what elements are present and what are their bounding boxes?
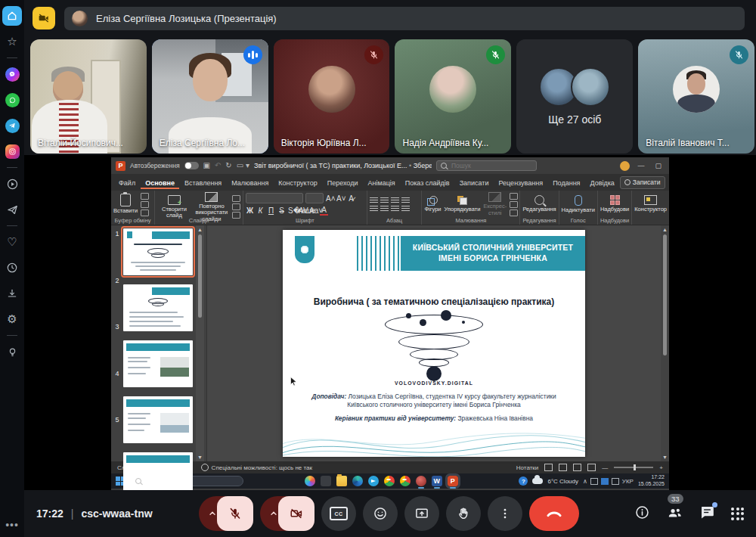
font-color-icon[interactable]: A [320, 206, 328, 216]
paste-button[interactable]: Вставити [113, 194, 138, 214]
tab-help[interactable]: Довідка [585, 176, 618, 189]
italic-button[interactable]: К [256, 206, 265, 215]
quick-styles-button[interactable]: Експрес-стилі [483, 192, 507, 216]
addins-button[interactable]: Надбудови [600, 195, 629, 213]
redo-icon[interactable]: ↻ [225, 162, 231, 169]
help-icon[interactable]: ? [519, 476, 528, 486]
camera-toggle-button[interactable] [278, 496, 314, 531]
arrange-button[interactable]: Упорядкувати [445, 196, 481, 213]
layout-icon[interactable] [232, 195, 240, 202]
account-avatar[interactable] [620, 161, 630, 171]
bullets-icon[interactable] [370, 197, 378, 203]
reactions-button[interactable] [363, 496, 398, 531]
columns-icon[interactable] [401, 206, 410, 212]
dictate-button[interactable]: Надиктувати [562, 195, 595, 213]
editing-button[interactable]: Редагування [522, 195, 556, 213]
char-spacing-icon[interactable]: AV [299, 206, 307, 215]
tab-draw[interactable]: Малювання [227, 176, 273, 189]
word-icon[interactable]: W [432, 476, 442, 486]
tab-home[interactable]: Основне [141, 176, 179, 189]
align-right-icon[interactable] [391, 206, 399, 212]
tab-insert[interactable]: Вставлення [180, 176, 226, 189]
slideshow-icon[interactable] [587, 464, 596, 471]
thumbnail-scrollbar[interactable]: ▲ ▼ [196, 225, 204, 461]
captions-button[interactable]: CC [321, 496, 356, 531]
undo-icon[interactable]: ↶ [215, 162, 221, 169]
slide-thumbnail-1[interactable] [123, 228, 193, 275]
slide-thumbnail-5[interactable] [123, 452, 193, 490]
zoom-slider[interactable] [614, 467, 653, 468]
overflow-tile[interactable]: Ще 27 осіб [516, 39, 633, 154]
play-circle-icon[interactable] [2, 174, 22, 194]
line-spacing-icon[interactable] [401, 197, 410, 203]
system-tray[interactable]: ∧ УКР [583, 478, 634, 485]
tray-expand-icon[interactable]: ∧ [583, 478, 587, 485]
tab-design[interactable]: Конструктор [274, 176, 321, 189]
participant-tile-speaking[interactable]: Еліза Сергіївна Ло... [152, 39, 268, 154]
tab-slideshow[interactable]: Показ слайдів [401, 176, 454, 189]
slide-canvas[interactable]: КИЇВСЬКИЙ СТОЛИЧНИЙ УНІВЕРСИТЕТ ІМЕНІ БО… [283, 230, 585, 457]
whatsapp-icon[interactable] [2, 90, 22, 110]
copilot-icon[interactable] [305, 476, 315, 486]
shape-outline-icon[interactable] [510, 201, 518, 208]
download-icon[interactable] [2, 284, 22, 303]
document-scrollbar[interactable]: ▲ ▼ [661, 225, 669, 461]
shape-fill-icon[interactable] [510, 193, 518, 200]
participant-tile[interactable]: Надія Андріївна Ку... [395, 39, 511, 154]
shape-effects-icon[interactable] [510, 210, 518, 216]
powerpoint-taskbar-icon[interactable]: P [448, 476, 458, 486]
clear-format-icon[interactable]: A̷ [347, 194, 355, 203]
shapes-button[interactable]: Фігури [424, 196, 441, 213]
cut-icon[interactable] [141, 193, 149, 200]
autosave-toggle[interactable] [184, 162, 199, 169]
reading-view-icon[interactable] [573, 464, 581, 471]
volume-icon[interactable] [612, 478, 619, 485]
tab-review[interactable]: Рецензування [494, 176, 547, 189]
slide-thumbnail-2[interactable] [123, 284, 193, 331]
chat-button[interactable] [699, 504, 715, 523]
indent-icon[interactable] [391, 197, 399, 203]
telegram-icon[interactable] [368, 476, 379, 486]
strikethrough-button[interactable]: S [277, 206, 286, 215]
scroll-up-icon[interactable]: ▲ [662, 227, 668, 232]
underline-button[interactable]: П [267, 206, 275, 215]
more-icon[interactable]: ••• [5, 519, 19, 531]
restore-button[interactable]: ▢ [652, 162, 665, 169]
copy-icon[interactable] [141, 201, 149, 208]
home-icon[interactable] [2, 6, 22, 26]
end-call-button[interactable] [529, 496, 579, 531]
weather-text[interactable]: 6°C Cloudy [547, 478, 578, 485]
save-icon[interactable]: ▣ [203, 162, 210, 169]
display-icon[interactable] [601, 478, 609, 485]
grow-font-icon[interactable]: A˄ [326, 194, 334, 203]
network-icon[interactable] [590, 478, 598, 485]
designer-button[interactable]: Конструктор [634, 195, 667, 213]
raise-hand-button[interactable] [446, 496, 481, 531]
app-icon[interactable] [321, 476, 331, 486]
record-button[interactable]: Записати [620, 176, 665, 189]
change-case-icon[interactable]: Aa˅ [309, 206, 318, 215]
scroll-down-icon[interactable]: ▼ [197, 455, 203, 460]
more-options-button[interactable] [488, 496, 522, 531]
font-name-select[interactable] [246, 193, 303, 203]
activities-button[interactable] [731, 508, 744, 520]
taskbar-clock[interactable]: 17:22 15.05.2025 [638, 474, 665, 488]
text-shadow-icon[interactable]: S�ише [288, 206, 296, 215]
keyboard-language[interactable]: УКР [622, 478, 634, 485]
minimize-button[interactable]: — [634, 162, 647, 169]
reset-icon[interactable] [232, 203, 240, 210]
heart-icon[interactable]: ♡ [2, 232, 22, 252]
slide-thumbnail-3[interactable] [123, 340, 193, 387]
format-painter-icon[interactable] [141, 210, 149, 216]
font-size-select[interactable] [305, 193, 324, 203]
align-center-icon[interactable] [380, 206, 389, 212]
people-button[interactable]: 33 [666, 504, 683, 524]
history-icon[interactable] [2, 258, 22, 278]
edge-icon[interactable] [352, 476, 363, 486]
ppt-search-box[interactable] [436, 160, 537, 171]
participant-tile[interactable]: Віталій Йосипович... [30, 39, 147, 154]
slide-thumbnail-4[interactable] [123, 396, 193, 443]
numbering-icon[interactable] [380, 197, 389, 203]
scroll-down-icon[interactable]: ▼ [662, 455, 668, 460]
tab-view[interactable]: Подання [548, 176, 584, 189]
